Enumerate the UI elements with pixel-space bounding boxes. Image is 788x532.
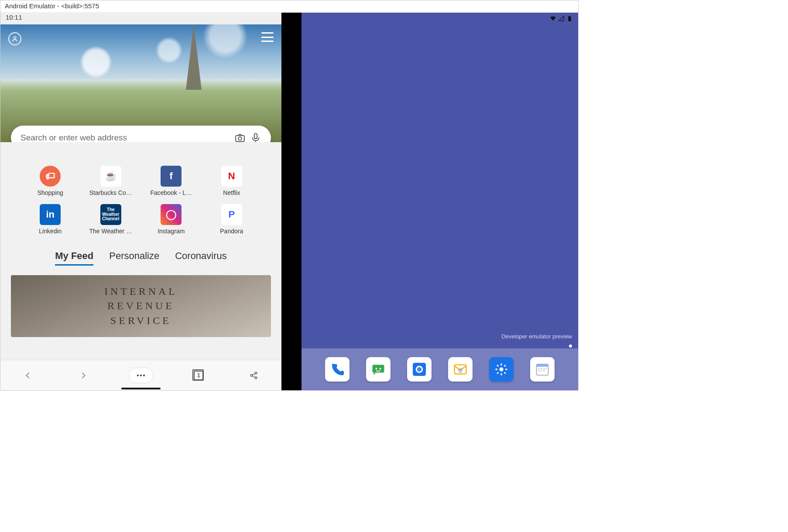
quick-link-icon: f [161,166,182,187]
svg-rect-31 [537,364,548,367]
right-screen: Developer emulator preview @ [301,13,578,390]
dock-app-email[interactable]: @ [448,357,473,382]
wifi-icon [550,15,556,22]
dock-app-settings[interactable] [489,357,514,382]
svg-point-21 [500,368,504,372]
feed-tab-personalize[interactable]: Personalize [109,250,159,266]
app-dock: @ [301,348,578,390]
hero-image [0,24,281,142]
svg-point-0 [14,37,16,39]
svg-rect-33 [541,368,543,369]
quick-link-label: The Weather … [89,228,132,235]
svg-point-6 [143,375,145,376]
svg-rect-35 [546,368,547,369]
quick-link-label: Shopping [38,189,63,196]
screen-gap [281,13,301,390]
svg-line-28 [497,372,498,374]
status-bar-time: 10:11 [0,13,281,24]
more-icon [136,374,146,377]
tabs-button[interactable]: 1 [189,366,208,385]
profile-button[interactable] [8,32,21,45]
svg-line-27 [504,372,506,374]
svg-rect-3 [254,133,257,139]
svg-rect-34 [543,368,545,369]
quick-link-label: Facebook - L… [150,189,192,196]
quick-link-icon: 🏷 [40,166,61,187]
dock-app-messages[interactable] [366,357,391,382]
microphone-icon[interactable] [250,132,261,142]
svg-point-5 [140,375,142,376]
dock-app-calendar[interactable] [530,357,555,382]
person-icon [11,35,18,42]
svg-line-26 [497,365,498,366]
quick-link-label: Starbucks Co… [89,189,132,196]
feed-tabs: My FeedPersonalizeCoronavirus [0,250,281,266]
home-indicator [121,388,161,389]
browser-bottom-nav: 1 [0,360,281,390]
quick-link-icon: The Weather Channel [100,204,121,225]
status-bar-right [550,15,573,22]
svg-rect-37 [541,370,543,372]
svg-point-13 [376,368,377,370]
quick-link-label: Instagram [158,228,185,235]
chevron-left-icon [23,371,33,380]
quick-link-4[interactable]: inLinkedin [22,204,79,235]
quick-link-icon: ◯ [161,204,182,225]
quick-link-5[interactable]: The Weather ChannelThe Weather … [83,204,139,235]
feed-article-image-text: INTERNAL REVENUE SERVICE [104,284,178,328]
chevron-right-icon [79,371,88,380]
quick-link-2[interactable]: fFacebook - L… [143,166,199,196]
signal-icon [558,15,565,22]
svg-rect-38 [543,370,545,372]
quick-link-label: Pandora [220,228,243,235]
svg-rect-11 [569,16,570,16]
svg-point-4 [137,375,139,376]
feed-article[interactable]: INTERNAL REVENUE SERVICE [11,275,271,337]
svg-rect-1 [236,136,244,142]
menu-button[interactable] [261,32,274,42]
quick-link-0[interactable]: 🏷Shopping [22,166,79,196]
back-button[interactable] [18,366,38,385]
svg-point-17 [417,367,422,372]
quick-link-icon: in [40,204,61,225]
address-input[interactable] [21,133,230,142]
feed-tab-coronavirus[interactable]: Coronavirus [175,250,227,266]
developer-preview-label: Developer emulator preview [501,333,572,340]
svg-rect-10 [568,17,571,21]
quick-link-icon: N [221,166,242,187]
quick-links-grid: 🏷Shopping☕Starbucks Co…fFacebook - L…NNe… [0,166,281,235]
quick-link-icon: P [221,204,242,225]
quick-link-7[interactable]: PPandora [204,204,260,235]
svg-rect-36 [538,370,540,372]
battery-icon [566,15,573,22]
window-title: Android Emulator - <build>:5575 [0,0,578,13]
quick-link-6[interactable]: ◯Instagram [143,204,199,235]
forward-button[interactable] [74,366,93,385]
search-bar[interactable] [11,126,271,142]
share-icon [249,371,259,380]
quick-link-3[interactable]: NNetflix [204,166,260,196]
feed-tab-my-feed[interactable]: My Feed [55,250,93,266]
quick-link-icon: ☕ [100,166,121,187]
dock-app-phone[interactable] [325,357,349,382]
svg-text:@: @ [458,368,463,373]
page-indicator-dot [569,344,572,348]
more-button[interactable] [129,368,153,383]
quick-link-1[interactable]: ☕Starbucks Co… [83,166,139,196]
svg-point-14 [380,368,381,370]
quick-link-label: Linkedin [39,228,62,235]
svg-rect-32 [538,368,540,369]
dual-screen-container: 10:11 🏷Shopping☕Starbucks Co…fFacebook -… [0,13,578,390]
share-button[interactable] [244,366,264,385]
camera-icon[interactable] [234,132,246,142]
quick-link-label: Netflix [223,189,240,196]
svg-point-2 [238,137,242,140]
tabs-count: 1 [194,371,203,380]
left-screen: 10:11 🏷Shopping☕Starbucks Co…fFacebook -… [0,13,281,390]
dock-app-camera[interactable] [407,357,432,382]
svg-line-29 [504,365,506,366]
